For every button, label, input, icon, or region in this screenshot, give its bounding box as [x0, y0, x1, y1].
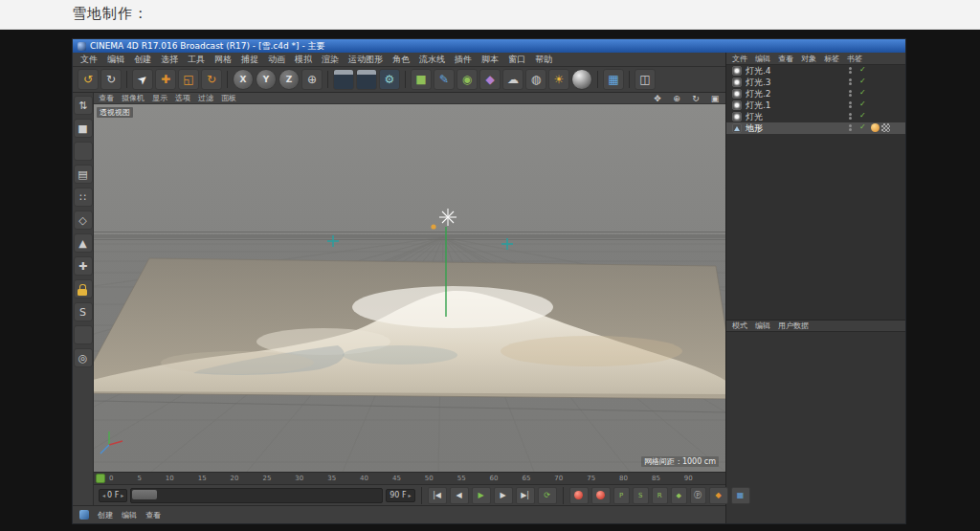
polygons-mode-icon[interactable]: ▲	[74, 233, 93, 253]
menu-item[interactable]: 流水线	[419, 54, 445, 66]
goto-end-button[interactable]: ▶|	[516, 487, 535, 504]
uv-mode-icon[interactable]	[74, 325, 93, 344]
object-row-selected[interactable]: 地形 ✓	[726, 122, 905, 134]
material-manager-menu-item[interactable]: 编辑	[122, 510, 137, 520]
zoom-view-icon[interactable]: ⊕	[671, 94, 682, 103]
enabled-check-icon[interactable]: ✓	[859, 100, 866, 108]
slider-handle[interactable]	[132, 490, 157, 499]
menu-item[interactable]: 编辑	[107, 54, 124, 66]
attribute-manager-menu-item[interactable]: 用户数据	[778, 321, 809, 331]
toggle-view-icon[interactable]: ▣	[709, 94, 721, 103]
enabled-check-icon[interactable]: ✓	[859, 77, 866, 85]
menu-item[interactable]: 模拟	[295, 54, 312, 66]
attribute-manager-menu-item[interactable]: 模式	[732, 321, 747, 331]
viewport-canvas[interactable]	[94, 104, 725, 472]
menu-item[interactable]: 脚本	[481, 54, 499, 66]
current-frame-field[interactable]: ◂ 0 F ▸	[99, 489, 127, 502]
keyframe-position-toggle[interactable]: P	[613, 487, 630, 504]
project-settings-button[interactable]: ◆	[709, 487, 728, 504]
movie-camera-icon[interactable]: ◫	[635, 69, 656, 90]
render-view-icon[interactable]	[333, 69, 354, 90]
spline-pen-icon[interactable]: ✎	[434, 69, 455, 90]
viewport-menu-item[interactable]: 过滤	[198, 93, 213, 103]
deformer-icon[interactable]: ◆	[479, 69, 501, 90]
step-right-icon[interactable]: ▸	[121, 492, 123, 498]
visibility-toggles[interactable]	[849, 67, 852, 74]
menu-item[interactable]: 创建	[134, 54, 151, 66]
make-editable-icon[interactable]: ⇅	[74, 96, 93, 115]
menu-item[interactable]: 文件	[80, 54, 98, 66]
record-keyframe-button[interactable]	[569, 487, 589, 504]
live-selection-icon[interactable]: ➤	[132, 69, 153, 90]
scale-icon[interactable]: ◱	[178, 69, 199, 90]
object-manager-menu-item[interactable]: 文件	[732, 54, 747, 64]
keyframe-scale-toggle[interactable]: S	[633, 487, 649, 504]
lock-icon[interactable]	[74, 279, 93, 299]
primitive-cube-icon[interactable]: ■	[411, 69, 432, 90]
environment-icon[interactable]: ☁	[502, 69, 523, 90]
visibility-toggles[interactable]	[849, 90, 852, 97]
axis-mode-icon[interactable]: ✚	[74, 256, 93, 276]
points-mode-icon[interactable]: ∷	[74, 188, 93, 207]
viewport-menu-item[interactable]: 选项	[175, 93, 190, 103]
menu-item[interactable]: 动画	[268, 54, 285, 66]
display-mode-icon[interactable]: ▦	[603, 69, 624, 90]
render-picture-viewer-icon[interactable]	[356, 69, 377, 90]
enabled-check-icon[interactable]: ✓	[859, 65, 866, 74]
step-right-icon[interactable]: ▸	[409, 492, 412, 498]
menu-item[interactable]: 渲染	[322, 54, 339, 66]
viewport-menu-item[interactable]: 查看	[99, 93, 114, 103]
object-row[interactable]: 灯光.3 ✓	[726, 77, 905, 88]
window-titlebar[interactable]: CINEMA 4D R17.016 Broadcast (R17) - [雪.c…	[73, 39, 905, 53]
undo-icon[interactable]: ↺	[78, 69, 99, 90]
object-row[interactable]: 灯光.4 ✓	[726, 65, 905, 77]
visibility-toggles[interactable]	[849, 113, 852, 120]
visibility-toggles[interactable]	[849, 78, 852, 85]
phong-tag-icon[interactable]	[871, 123, 880, 132]
enabled-check-icon[interactable]: ✓	[859, 88, 866, 97]
viewport-menu-item[interactable]: 摄像机	[122, 93, 145, 103]
light-icon[interactable]: ☀	[548, 69, 569, 90]
pan-view-icon[interactable]: ✥	[652, 94, 663, 103]
camera-icon[interactable]: ◍	[525, 69, 546, 90]
menu-item[interactable]: 网格	[214, 54, 232, 66]
enabled-check-icon[interactable]: ✓	[859, 122, 866, 131]
rotate-icon[interactable]: ↻	[201, 69, 222, 90]
next-frame-button[interactable]: ▶	[494, 487, 513, 504]
material-icon[interactable]	[571, 69, 592, 90]
object-manager-menu-item[interactable]: 标签	[824, 54, 839, 64]
object-manager-menu-item[interactable]: 对象	[801, 54, 816, 64]
menu-item[interactable]: 插件	[455, 54, 472, 66]
model-mode-icon[interactable]: ■	[74, 119, 93, 138]
rotate-view-icon[interactable]: ↻	[690, 94, 702, 103]
autokey-button[interactable]	[591, 487, 611, 504]
goto-start-button[interactable]: |◀	[428, 487, 447, 504]
visibility-toggles[interactable]	[849, 101, 852, 108]
texture-tag-icon[interactable]	[881, 123, 890, 132]
viewport-menu-item[interactable]: 面板	[221, 93, 236, 103]
attribute-manager-menu-item[interactable]: 编辑	[755, 321, 770, 331]
z-axis-button[interactable]: Z	[278, 69, 300, 90]
material-manager-menu-item[interactable]: 创建	[98, 510, 113, 520]
workplane-mode-icon[interactable]: ▤	[74, 165, 93, 184]
object-manager-menu-item[interactable]: 书签	[847, 54, 862, 64]
timeline-slider[interactable]	[130, 488, 383, 503]
end-frame-field[interactable]: 90 F ▸	[386, 489, 414, 502]
generator-icon[interactable]: ◉	[457, 69, 478, 90]
play-button[interactable]: ▶	[472, 487, 491, 504]
texture-mode-icon[interactable]	[74, 142, 93, 161]
enabled-check-icon[interactable]: ✓	[859, 111, 866, 120]
keyframe-parameter-toggle[interactable]: ◆	[671, 487, 687, 504]
keyframe-rotation-toggle[interactable]: R	[652, 487, 668, 504]
object-row[interactable]: 灯光 ✓	[726, 111, 905, 122]
viewport-view-label[interactable]: 透视视图	[97, 107, 133, 118]
redo-icon[interactable]: ↻	[100, 69, 122, 90]
object-row[interactable]: 灯光.1 ✓	[726, 100, 905, 111]
move-icon[interactable]: ✚	[155, 69, 176, 90]
x-axis-button[interactable]: X	[233, 69, 254, 90]
menu-item[interactable]: 捕捉	[241, 54, 258, 66]
menu-item[interactable]: 角色	[392, 54, 410, 66]
loop-button[interactable]: ⟳	[538, 487, 557, 504]
timeline-ruler[interactable]: 0 5 10 15 20 25 30 35 40 45 50 55	[94, 472, 725, 484]
visibility-toggles[interactable]	[849, 124, 852, 131]
